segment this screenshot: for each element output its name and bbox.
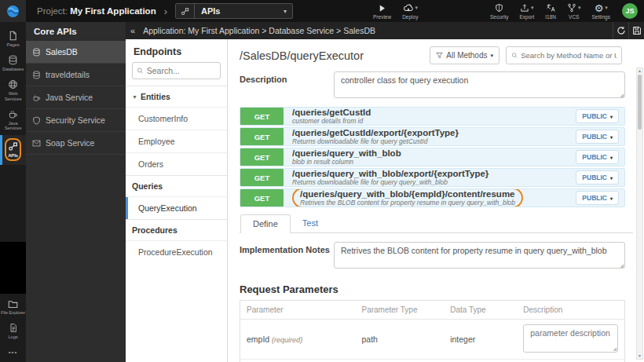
security-button[interactable]: Security: [490, 3, 508, 20]
http-method-badge: GET: [240, 108, 284, 125]
endpoint-item-customerinfo[interactable]: CustomerInfo: [126, 107, 227, 130]
sidebar-item-databases[interactable]: Databases: [0, 52, 26, 76]
branch-icon: [567, 3, 576, 13]
coffee-cup-icon: [32, 93, 41, 102]
endpoint-row[interactable]: GET /queries/getCustId/export/{exportTyp…: [240, 127, 625, 146]
table-row: empId (required) path integer ◢: [240, 320, 625, 360]
mode-selector-dropdown[interactable]: APIs ▾: [175, 3, 293, 19]
chevron-down-icon: ▾: [490, 53, 493, 59]
rail-spacer: [0, 165, 26, 242]
column-header: Parameter: [240, 301, 356, 320]
section-entities[interactable]: ▼ Entities: [126, 86, 227, 107]
scroll-down-icon[interactable]: ▼: [637, 353, 642, 358]
endpoint-item-employee[interactable]: Employee: [126, 130, 227, 152]
sidebar-item-pages[interactable]: Pages: [0, 27, 26, 52]
core-api-item-java-service[interactable]: Java Service: [26, 86, 126, 109]
implementation-notes-textarea[interactable]: Retrives the BLOB content for property r…: [334, 242, 625, 269]
sidebar-item-apis[interactable]: APIs: [0, 135, 26, 165]
endpoint-item-queryexecution[interactable]: QueryExecution: [126, 196, 227, 219]
description-label: Description: [240, 71, 334, 84]
endpoint-description: blob in result column: [292, 159, 401, 166]
endpoint-url: /queries/getCustId/export/{exportType}: [292, 128, 459, 138]
vcs-button[interactable]: ▾ VCS: [567, 3, 581, 20]
endpoint-row[interactable]: GET /queries/getCustId customer details …: [240, 107, 625, 126]
refresh-button[interactable]: [613, 22, 628, 39]
endpoint-item-procedureexecution[interactable]: ProcedureExecution: [126, 240, 227, 263]
endpoint-url: /queries/query_with_blob: [292, 148, 401, 159]
methods-filter-dropdown[interactable]: All Methods ▾: [430, 46, 499, 64]
main-content: /SalesDB/queryExecutor All Methods ▾ Des…: [228, 39, 644, 362]
column-header: Description: [517, 301, 624, 320]
scrollbar-thumb[interactable]: [638, 75, 642, 130]
access-dropdown[interactable]: PUBLIC▾: [576, 170, 619, 185]
core-api-item-traveldetails[interactable]: traveldetails: [26, 64, 126, 86]
apis-icon: [8, 141, 18, 152]
filter-icon: [436, 52, 443, 59]
export-button[interactable]: ▾ Export: [519, 3, 534, 20]
core-api-item-salesdb[interactable]: SalesDB: [26, 41, 126, 64]
endpoint-item-orders[interactable]: Orders: [126, 152, 227, 175]
database-icon: [32, 71, 41, 79]
http-method-badge: GET: [240, 169, 284, 186]
access-dropdown[interactable]: PUBLIC▾: [576, 109, 619, 123]
access-dropdown[interactable]: PUBLIC▾: [576, 150, 619, 164]
save-button[interactable]: [628, 22, 644, 39]
sidebar-item-java-services[interactable]: Java Services: [0, 106, 26, 136]
param-name: empId: [247, 335, 269, 344]
scroll-up-icon[interactable]: ▲: [637, 68, 642, 73]
preview-button[interactable]: Preview: [373, 3, 391, 20]
core-api-item-soap-service[interactable]: Soap Service: [26, 132, 126, 155]
chevron-down-icon: ▾: [284, 8, 292, 15]
chevron-down-icon: ▾: [610, 196, 613, 201]
globe-icon: [8, 79, 18, 90]
sidebar-item-logs[interactable]: Logs: [0, 320, 26, 344]
settings-button[interactable]: ⚙ ▾ Settings: [592, 3, 611, 20]
deploy-button[interactable]: ▾ Deploy: [402, 3, 418, 20]
wavemaker-logo-icon: [6, 5, 20, 18]
chevron-down-icon: ▾: [610, 134, 613, 140]
app-logo[interactable]: [0, 0, 26, 22]
chevron-down-icon: ▾: [610, 155, 613, 160]
chevron-down-icon: ▾: [610, 175, 613, 181]
vertical-scrollbar[interactable]: ▲ ▼: [636, 68, 643, 360]
method-search-input[interactable]: [521, 51, 617, 60]
database-icon: [8, 55, 18, 65]
method-search[interactable]: [506, 46, 622, 64]
chevron-down-icon: ▾: [415, 5, 419, 11]
endpoint-row[interactable]: GET /queries/query_with_blob/export/{exp…: [240, 168, 625, 187]
triangle-down-icon: ▼: [132, 94, 137, 100]
sidebar-item-web-services[interactable]: Web Services: [0, 76, 26, 106]
chevron-down-icon: ▾: [605, 5, 608, 11]
tab-define[interactable]: Define: [240, 214, 291, 233]
collapse-panel-icon[interactable]: «: [126, 26, 140, 35]
project-name: Project: My First Application: [37, 6, 156, 16]
tab-test[interactable]: Test: [291, 214, 330, 232]
database-icon: [32, 48, 41, 57]
endpoints-search[interactable]: [132, 62, 221, 79]
access-dropdown[interactable]: PUBLIC▾: [576, 191, 619, 205]
http-method-badge: GET: [240, 148, 284, 166]
description-textarea[interactable]: controller class for query execution: [334, 71, 625, 98]
param-description-textarea[interactable]: [523, 324, 618, 353]
endpoint-url: /queries/query_with_blob/export/{exportT…: [292, 169, 488, 179]
core-apis-panel: Core APIs SalesDB traveldetails Java Ser…: [26, 22, 126, 362]
endpoint-row[interactable]: GET /queries/query_with_blob blob in res…: [240, 148, 625, 166]
export-icon: [520, 3, 529, 13]
i18n-button[interactable]: I18N: [545, 3, 556, 20]
core-api-item-security-service[interactable]: Security Service: [26, 109, 126, 132]
endpoint-row-selected[interactable]: GET /queries/query_with_blob/{empId}/con…: [240, 188, 625, 207]
section-queries[interactable]: Queries: [126, 175, 227, 196]
endpoints-search-input[interactable]: [147, 66, 216, 75]
annotation-highlight: APIs: [5, 138, 21, 161]
section-procedures[interactable]: Procedures: [126, 219, 227, 240]
access-dropdown[interactable]: PUBLIC▾: [576, 130, 619, 144]
left-icon-rail: Pages Databases Web Services Java Servic…: [0, 22, 26, 362]
user-avatar[interactable]: JS: [622, 3, 638, 19]
sidebar-item-file-explorer[interactable]: File Explorer: [0, 296, 26, 320]
more-options-icon[interactable]: •••: [0, 344, 26, 362]
column-header: Parameter Type: [356, 301, 445, 320]
endpoints-title: Endpoints: [126, 39, 227, 62]
envelope-icon: [32, 139, 41, 148]
request-parameters-title: Request Parameters: [240, 283, 633, 295]
endpoint-description: Returns downloadable file for query getC…: [292, 138, 459, 145]
